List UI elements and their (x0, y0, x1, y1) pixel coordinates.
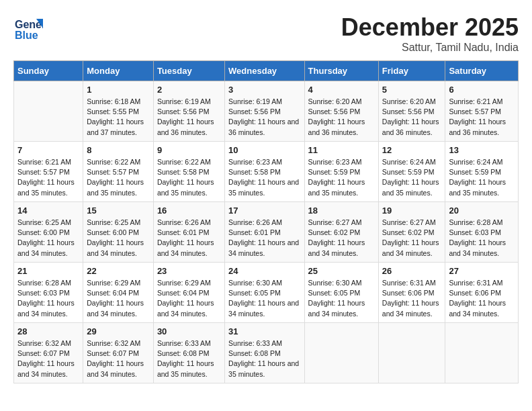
cell-info: Sunrise: 6:28 AMSunset: 6:03 PMDaylight:… (17, 278, 79, 319)
cell-info: Sunrise: 6:28 AMSunset: 6:03 PMDaylight:… (449, 218, 515, 259)
day-number: 2 (157, 85, 221, 95)
cell-info: Sunrise: 6:29 AMSunset: 6:04 PMDaylight:… (87, 278, 150, 319)
day-number: 23 (157, 266, 221, 276)
day-number: 1 (87, 85, 150, 95)
calendar-cell: 5Sunrise: 6:20 AMSunset: 5:56 PMDaylight… (378, 81, 445, 142)
day-number: 6 (449, 85, 515, 95)
weekday-header: Sunday (14, 61, 83, 81)
calendar-cell: 18Sunrise: 6:27 AMSunset: 6:02 PMDayligh… (304, 202, 378, 263)
weekday-header: Friday (378, 61, 445, 81)
calendar-cell: 19Sunrise: 6:27 AMSunset: 6:02 PMDayligh… (378, 202, 445, 263)
cell-info: Sunrise: 6:22 AMSunset: 5:57 PMDaylight:… (87, 157, 150, 198)
calendar-cell: 13Sunrise: 6:24 AMSunset: 5:59 PMDayligh… (445, 142, 519, 202)
cell-info: Sunrise: 6:32 AMSunset: 6:07 PMDaylight:… (87, 338, 150, 379)
title-block: December 2025 Sattur, Tamil Nadu, India (341, 13, 519, 54)
calendar-cell: 27Sunrise: 6:31 AMSunset: 6:06 PMDayligh… (445, 263, 519, 323)
cell-info: Sunrise: 6:19 AMSunset: 5:56 PMDaylight:… (228, 97, 300, 138)
weekday-header: Tuesday (153, 61, 224, 81)
calendar-cell: 25Sunrise: 6:30 AMSunset: 6:05 PMDayligh… (304, 263, 378, 323)
calendar-cell: 8Sunrise: 6:22 AMSunset: 5:57 PMDaylight… (83, 142, 154, 202)
calendar-cell (445, 323, 519, 383)
day-number: 11 (308, 145, 375, 155)
day-number: 4 (308, 85, 375, 95)
calendar-cell: 21Sunrise: 6:28 AMSunset: 6:03 PMDayligh… (14, 263, 83, 323)
calendar-week-row: 14Sunrise: 6:25 AMSunset: 6:00 PMDayligh… (14, 202, 519, 263)
day-number: 7 (17, 145, 79, 155)
calendar-cell (14, 81, 83, 142)
logo: General Blue (13, 13, 44, 43)
month-title: December 2025 (341, 13, 519, 42)
calendar-cell: 9Sunrise: 6:22 AMSunset: 5:58 PMDaylight… (153, 142, 224, 202)
day-number: 30 (157, 326, 221, 336)
cell-info: Sunrise: 6:25 AMSunset: 6:00 PMDaylight:… (87, 218, 150, 259)
cell-info: Sunrise: 6:27 AMSunset: 6:02 PMDaylight:… (308, 218, 375, 259)
day-number: 22 (87, 266, 150, 276)
day-number: 21 (17, 266, 79, 276)
weekday-header-row: SundayMondayTuesdayWednesdayThursdayFrid… (14, 61, 519, 81)
calendar-cell: 11Sunrise: 6:23 AMSunset: 5:59 PMDayligh… (304, 142, 378, 202)
day-number: 10 (228, 145, 300, 155)
calendar-week-row: 21Sunrise: 6:28 AMSunset: 6:03 PMDayligh… (14, 263, 519, 323)
day-number: 17 (228, 205, 300, 216)
calendar-cell: 20Sunrise: 6:28 AMSunset: 6:03 PMDayligh… (445, 202, 519, 263)
day-number: 31 (228, 326, 300, 336)
cell-info: Sunrise: 6:23 AMSunset: 5:58 PMDaylight:… (228, 157, 300, 198)
cell-info: Sunrise: 6:31 AMSunset: 6:06 PMDaylight:… (382, 278, 442, 319)
cell-info: Sunrise: 6:21 AMSunset: 5:57 PMDaylight:… (17, 157, 79, 198)
cell-info: Sunrise: 6:20 AMSunset: 5:56 PMDaylight:… (308, 97, 375, 138)
cell-info: Sunrise: 6:21 AMSunset: 5:57 PMDaylight:… (449, 97, 515, 138)
cell-info: Sunrise: 6:25 AMSunset: 6:00 PMDaylight:… (17, 218, 79, 259)
cell-info: Sunrise: 6:23 AMSunset: 5:59 PMDaylight:… (308, 157, 375, 198)
cell-info: Sunrise: 6:22 AMSunset: 5:58 PMDaylight:… (157, 157, 221, 198)
day-number: 8 (87, 145, 150, 155)
day-number: 3 (228, 85, 300, 95)
cell-info: Sunrise: 6:26 AMSunset: 6:01 PMDaylight:… (228, 218, 300, 259)
cell-info: Sunrise: 6:31 AMSunset: 6:06 PMDaylight:… (449, 278, 515, 319)
calendar-week-row: 7Sunrise: 6:21 AMSunset: 5:57 PMDaylight… (14, 142, 519, 202)
day-number: 16 (157, 205, 221, 216)
day-number: 14 (17, 205, 79, 216)
cell-info: Sunrise: 6:18 AMSunset: 5:55 PMDaylight:… (87, 97, 150, 138)
svg-text:Blue: Blue (15, 30, 38, 41)
cell-info: Sunrise: 6:30 AMSunset: 6:05 PMDaylight:… (228, 278, 300, 319)
weekday-header: Saturday (445, 61, 519, 81)
calendar-cell: 12Sunrise: 6:24 AMSunset: 5:59 PMDayligh… (378, 142, 445, 202)
calendar-cell: 15Sunrise: 6:25 AMSunset: 6:00 PMDayligh… (83, 202, 154, 263)
calendar-cell: 24Sunrise: 6:30 AMSunset: 6:05 PMDayligh… (225, 263, 304, 323)
cell-info: Sunrise: 6:24 AMSunset: 5:59 PMDaylight:… (382, 157, 442, 198)
cell-info: Sunrise: 6:29 AMSunset: 6:04 PMDaylight:… (157, 278, 221, 319)
cell-info: Sunrise: 6:24 AMSunset: 5:59 PMDaylight:… (449, 157, 515, 198)
weekday-header: Monday (83, 61, 154, 81)
day-number: 25 (308, 266, 375, 276)
cell-info: Sunrise: 6:32 AMSunset: 6:07 PMDaylight:… (17, 338, 79, 379)
calendar-cell: 1Sunrise: 6:18 AMSunset: 5:55 PMDaylight… (83, 81, 154, 142)
cell-info: Sunrise: 6:33 AMSunset: 6:08 PMDaylight:… (157, 338, 221, 379)
location-subtitle: Sattur, Tamil Nadu, India (341, 42, 519, 54)
cell-info: Sunrise: 6:26 AMSunset: 6:01 PMDaylight:… (157, 218, 221, 259)
day-number: 27 (449, 266, 515, 276)
day-number: 13 (449, 145, 515, 155)
calendar-week-row: 28Sunrise: 6:32 AMSunset: 6:07 PMDayligh… (14, 323, 519, 383)
day-number: 29 (87, 326, 150, 336)
day-number: 26 (382, 266, 442, 276)
day-number: 12 (382, 145, 442, 155)
page-header: General Blue December 2025 Sattur, Tamil… (13, 13, 519, 54)
day-number: 15 (87, 205, 150, 216)
calendar-cell: 26Sunrise: 6:31 AMSunset: 6:06 PMDayligh… (378, 263, 445, 323)
calendar-cell: 2Sunrise: 6:19 AMSunset: 5:56 PMDaylight… (153, 81, 224, 142)
calendar-cell (378, 323, 445, 383)
calendar-cell (304, 323, 378, 383)
calendar-cell: 4Sunrise: 6:20 AMSunset: 5:56 PMDaylight… (304, 81, 378, 142)
calendar-week-row: 1Sunrise: 6:18 AMSunset: 5:55 PMDaylight… (14, 81, 519, 142)
calendar-cell: 22Sunrise: 6:29 AMSunset: 6:04 PMDayligh… (83, 263, 154, 323)
calendar-cell: 30Sunrise: 6:33 AMSunset: 6:08 PMDayligh… (153, 323, 224, 383)
cell-info: Sunrise: 6:33 AMSunset: 6:08 PMDaylight:… (228, 338, 300, 379)
calendar-cell: 14Sunrise: 6:25 AMSunset: 6:00 PMDayligh… (14, 202, 83, 263)
weekday-header: Thursday (304, 61, 378, 81)
calendar-cell: 16Sunrise: 6:26 AMSunset: 6:01 PMDayligh… (153, 202, 224, 263)
cell-info: Sunrise: 6:20 AMSunset: 5:56 PMDaylight:… (382, 97, 442, 138)
day-number: 19 (382, 205, 442, 216)
calendar-cell: 17Sunrise: 6:26 AMSunset: 6:01 PMDayligh… (225, 202, 304, 263)
calendar-cell: 29Sunrise: 6:32 AMSunset: 6:07 PMDayligh… (83, 323, 154, 383)
day-number: 5 (382, 85, 442, 95)
